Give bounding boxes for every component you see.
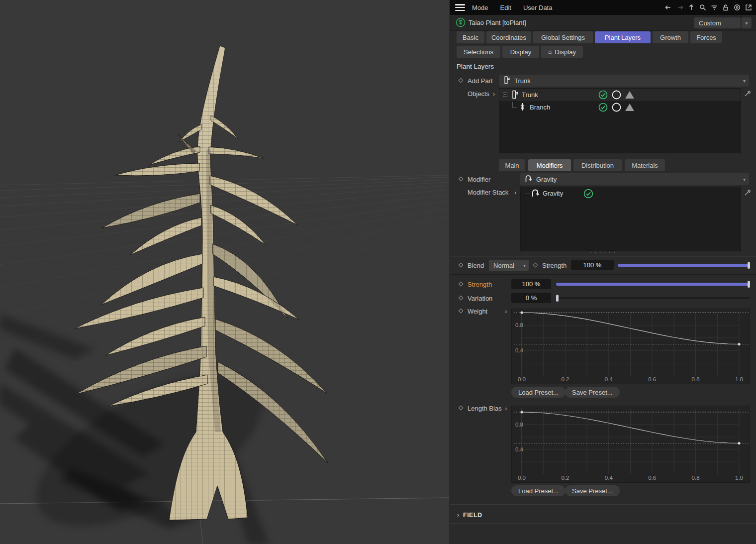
- blend-dropdown[interactable]: Normal ▾: [489, 260, 529, 271]
- tab-forces[interactable]: Forces: [690, 31, 722, 43]
- object-row-trunk[interactable]: Trunk: [499, 89, 741, 101]
- triangle-icon[interactable]: [625, 91, 634, 99]
- menu-user-data[interactable]: User Data: [523, 4, 553, 11]
- drag-handle-dots[interactable]: · · · · · ·: [450, 250, 756, 255]
- save-preset-button[interactable]: Save Preset...: [565, 387, 620, 398]
- weight-curve-graph[interactable]: 0.80.40.00.20.40.60.81.0: [511, 309, 750, 384]
- subtab-materials[interactable]: Materials: [625, 159, 665, 171]
- tab-display-2[interactable]: ⌂ Display: [541, 46, 583, 58]
- enabled-check-icon[interactable]: [598, 103, 608, 112]
- modifier-stack-list: Gravity: [520, 187, 741, 251]
- plant-logo-icon: [456, 17, 466, 29]
- menu-edit[interactable]: Edit: [500, 4, 511, 11]
- variation-value[interactable]: 0 %: [511, 293, 551, 303]
- dropdown-arrow-icon: ▾: [523, 263, 526, 268]
- circle-icon[interactable]: [612, 103, 621, 112]
- object-status-icons: [598, 103, 634, 112]
- field-section-label: FIELD: [463, 512, 482, 519]
- objects-expander-chevron[interactable]: ›: [493, 90, 495, 98]
- eyedropper-icon[interactable]: [744, 89, 753, 99]
- enabled-check-icon[interactable]: [598, 90, 608, 100]
- back-arrow-icon[interactable]: [664, 3, 673, 12]
- subtab-modifiers[interactable]: Modifiers: [528, 159, 571, 171]
- blend-strength-value[interactable]: 100 %: [571, 260, 614, 270]
- object-name: Trunk: [522, 91, 538, 99]
- preset-dropdown[interactable]: Custom: [694, 17, 741, 28]
- variation-slider[interactable]: [556, 295, 750, 302]
- enabled-check-icon[interactable]: [583, 189, 593, 199]
- strength-slider[interactable]: [556, 281, 750, 288]
- divider: [450, 504, 756, 505]
- preset-dropdown-arrow[interactable]: ▾: [742, 17, 752, 28]
- svg-text:0.4: 0.4: [515, 347, 524, 353]
- section-heading: Plant Layers: [457, 63, 494, 70]
- menu-mode[interactable]: Mode: [472, 4, 488, 11]
- load-preset-button[interactable]: Load Preset...: [511, 387, 566, 398]
- target-icon[interactable]: [733, 3, 742, 12]
- modifier-label: Modifier: [468, 176, 490, 183]
- add-part-label: Add Part: [468, 77, 493, 85]
- length-bias-label: Length Bias: [468, 405, 502, 412]
- attributes-panel: Mode Edit User Data Taiao Plant [toPlant…: [450, 0, 756, 544]
- search-icon[interactable]: [698, 3, 707, 12]
- tree-elbow-line: [525, 188, 530, 194]
- svg-text:0.6: 0.6: [648, 475, 656, 481]
- objects-label: Objects: [468, 90, 489, 98]
- length-bias-curve-graph[interactable]: 0.80.40.00.20.40.60.81.0: [511, 406, 750, 483]
- field-section-header[interactable]: › FIELD: [450, 508, 756, 523]
- branch-icon: [518, 102, 527, 113]
- divider: [450, 274, 756, 275]
- save-preset-button[interactable]: Save Preset...: [565, 485, 620, 496]
- divider: [450, 256, 756, 257]
- length-bias-expander-chevron[interactable]: ›: [505, 405, 507, 412]
- expand-minus-icon[interactable]: [503, 93, 507, 97]
- param-diamond-icon: [533, 263, 538, 268]
- param-diamond-icon: [459, 296, 464, 301]
- up-arrow-icon[interactable]: [687, 3, 696, 12]
- tab-display[interactable]: Display: [502, 46, 539, 58]
- drag-handle-dots[interactable]: · · · · · ·: [450, 153, 756, 158]
- filter-icon[interactable]: [710, 3, 719, 12]
- modifier-row-gravity[interactable]: Gravity: [521, 187, 741, 200]
- tab-plant-layers[interactable]: Plant Layers: [595, 31, 651, 43]
- weight-expander-chevron[interactable]: ›: [505, 308, 507, 315]
- object-status-icons: [598, 90, 634, 100]
- param-diamond-icon: [459, 406, 464, 411]
- object-row-branch[interactable]: Branch: [499, 101, 741, 113]
- trunk-icon: [503, 76, 510, 86]
- tab-growth[interactable]: Growth: [653, 31, 688, 43]
- tree-elbow-line: [512, 102, 517, 108]
- tab-coordinates[interactable]: Coordinates: [486, 31, 531, 43]
- trunk-icon: [511, 90, 519, 101]
- tab-selections[interactable]: Selections: [457, 46, 500, 58]
- svg-text:0.8: 0.8: [515, 322, 523, 328]
- subtab-main[interactable]: Main: [499, 159, 525, 171]
- blend-strength-slider[interactable]: [618, 262, 750, 269]
- circle-icon[interactable]: [612, 90, 621, 100]
- svg-text:0.4: 0.4: [605, 376, 613, 382]
- param-diamond-icon: [459, 282, 464, 287]
- weight-label: Weight: [468, 308, 487, 315]
- tab-global-settings[interactable]: Global Settings: [533, 31, 593, 43]
- external-link-icon[interactable]: [744, 3, 753, 12]
- eyedropper-icon[interactable]: [744, 188, 753, 198]
- param-diamond-icon: [459, 309, 464, 314]
- tab-basic[interactable]: Basic: [457, 31, 484, 43]
- svg-text:1.0: 1.0: [735, 475, 743, 481]
- forward-arrow-icon[interactable]: [675, 3, 684, 12]
- toolbar-icons: [664, 0, 753, 15]
- lock-icon[interactable]: [721, 3, 730, 12]
- modifier-stack-expander-chevron[interactable]: ›: [514, 189, 516, 196]
- load-preset-button[interactable]: Load Preset...: [511, 485, 566, 496]
- viewport-3d[interactable]: [0, 0, 449, 544]
- modifier-dropdown[interactable]: Gravity ▾: [520, 173, 749, 185]
- subtab-distribution[interactable]: Distribution: [573, 159, 622, 171]
- modifier-name: Gravity: [543, 190, 563, 197]
- svg-text:0.4: 0.4: [515, 446, 524, 452]
- triangle-icon[interactable]: [625, 104, 634, 111]
- hamburger-menu-icon[interactable]: [455, 4, 465, 11]
- add-part-dropdown[interactable]: Trunk ▾: [499, 75, 749, 87]
- wireframe-tree-scene: [0, 0, 449, 544]
- gravity-icon: [524, 174, 532, 184]
- strength-value[interactable]: 100 %: [511, 279, 551, 289]
